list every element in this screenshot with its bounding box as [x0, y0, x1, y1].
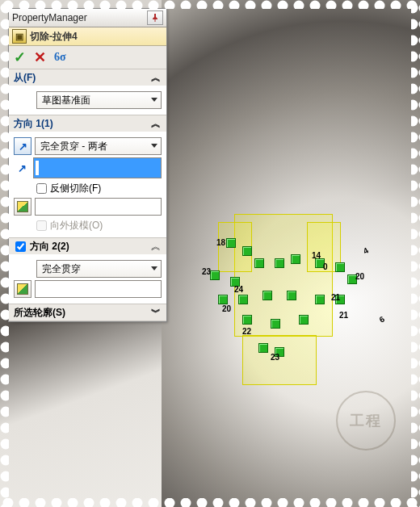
section-contours-title: 所选轮廓(S): [14, 306, 147, 320]
section-dir2-title: 方向 2(2): [30, 240, 147, 254]
section-from-header[interactable]: 从(F) ︽: [9, 69, 166, 86]
section-from: 从(F) ︽ 草图基准面: [9, 69, 166, 115]
pm-title: PropertyManager: [12, 12, 144, 23]
section-from-title: 从(F): [14, 71, 147, 85]
draft-outward-checkbox: [36, 220, 47, 231]
feature-scope-list[interactable]: [35, 198, 162, 216]
draft-outward-label: 向外拔模(O): [50, 219, 103, 233]
section-contours-header[interactable]: 所选轮廓(S) ︾: [9, 304, 166, 321]
flip-side-checkbox[interactable]: [36, 183, 47, 194]
cube-icon: [17, 283, 28, 295]
cut-extrude-icon: ▣: [12, 29, 27, 44]
flip-side-row: 反侧切除(F): [36, 182, 162, 195]
feature-title: 切除-拉伸4: [30, 30, 78, 44]
feature-header: ▣ 切除-拉伸4: [9, 27, 166, 46]
pin-button[interactable]: [147, 10, 163, 25]
section-dir2-header[interactable]: 方向 2(2) ︽: [9, 238, 166, 254]
section-dir2: 方向 2(2) ︽ 完全贯穿: [9, 238, 166, 304]
feature-scope-icon[interactable]: [14, 198, 32, 216]
ok-button[interactable]: ✓: [14, 48, 26, 66]
chevron-up-icon: ︽: [150, 118, 162, 129]
dir2-feature-scope-list[interactable]: [35, 280, 162, 298]
direction-arrow-icon: ↗: [18, 162, 27, 174]
draft-outward-row: 向外拔模(O): [36, 219, 162, 233]
watermark-stamp: 工程: [336, 391, 396, 450]
chevron-down-icon: ︾: [150, 307, 162, 318]
detailed-preview-button[interactable]: 6σ: [54, 51, 66, 64]
dir2-enable-checkbox[interactable]: [15, 241, 26, 252]
reverse-direction-button[interactable]: ↗: [14, 137, 32, 155]
action-row: ✓ ✕ 6σ: [9, 46, 166, 69]
chevron-up-icon: ︽: [150, 72, 162, 83]
dir2-end-condition-value: 完全贯穿: [42, 262, 81, 276]
from-plane-value: 草图基准面: [42, 94, 90, 107]
pm-header: PropertyManager: [9, 9, 166, 27]
dir2-end-condition-dropdown[interactable]: 完全贯穿: [36, 260, 162, 278]
cube-icon: [17, 201, 28, 212]
flip-side-label: 反侧切除(F): [50, 182, 101, 195]
section-dir1: 方向 1(1) ︽ ↗ 完全贯穿 - 两者 ↗ 反侧切除(F): [9, 115, 166, 238]
dir2-feature-scope-icon[interactable]: [14, 280, 32, 298]
cancel-button[interactable]: ✕: [34, 48, 46, 66]
section-contours: 所选轮廓(S) ︾: [9, 304, 166, 321]
dir1-end-condition-value: 完全贯穿 - 两者: [40, 140, 107, 153]
dir1-vector-button[interactable]: ↗: [14, 160, 30, 176]
from-plane-dropdown[interactable]: 草图基准面: [36, 91, 162, 109]
property-manager-panel: PropertyManager ▣ 切除-拉伸4 ✓ ✕ 6σ 从(F) ︽: [8, 8, 167, 322]
section-dir1-title: 方向 1(1): [14, 117, 147, 131]
reverse-arrow-icon: ↗: [19, 140, 27, 153]
dir1-direction-selection[interactable]: [33, 157, 162, 178]
chevron-up-icon: ︽: [150, 241, 162, 252]
section-dir1-header[interactable]: 方向 1(1) ︽: [9, 115, 166, 132]
dir1-end-condition-dropdown[interactable]: 完全贯穿 - 两者: [35, 137, 162, 155]
